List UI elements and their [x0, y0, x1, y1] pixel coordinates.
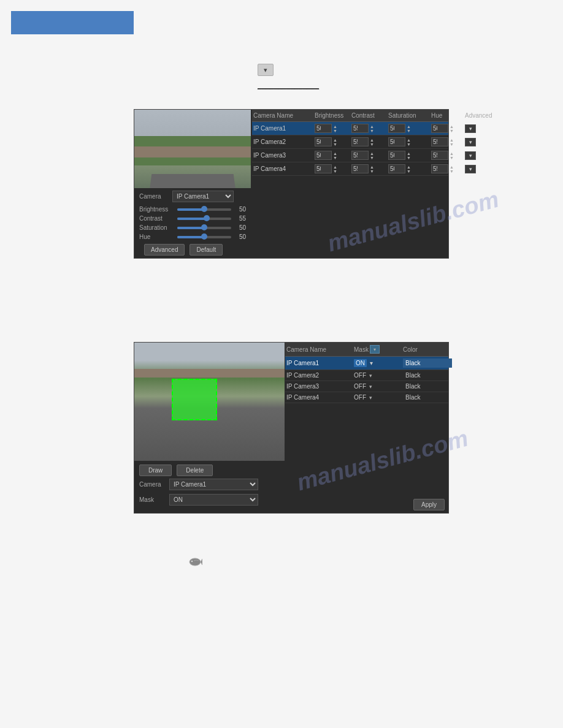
camera-preview-2	[134, 343, 285, 462]
advanced-button[interactable]: Advanced	[144, 244, 185, 256]
fish-icon	[186, 555, 204, 569]
mask-table-row[interactable]: IP Camera2 OFF ▾ Black	[285, 370, 448, 381]
delete-button[interactable]: Delete	[177, 464, 213, 476]
svg-point-0	[190, 558, 201, 566]
image-table-body: IP Camera1 ▲▼ ▲▼ ▲▼ ▲▼ IP Camera2 ▲▼ ▲▼	[252, 122, 448, 176]
slider-track[interactable]	[177, 227, 231, 229]
col-hue: Hue	[431, 112, 465, 119]
table-row[interactable]: IP Camera3 ▲▼ ▲▼ ▲▼ ▲▼	[252, 149, 448, 162]
slider-track[interactable]	[177, 208, 231, 211]
camera-select[interactable]: IP Camera1 IP Camera2 IP Camera3 IP Came…	[172, 191, 234, 202]
mask-mask-select[interactable]: ON OFF	[169, 494, 258, 506]
image-controls-bottom: Camera IP Camera1 IP Camera2 IP Camera3 …	[134, 188, 251, 258]
slider-row-brightness: Brightness 50	[139, 206, 246, 213]
header-bar	[11, 11, 134, 34]
default-button[interactable]: Default	[190, 244, 223, 256]
mask-table-row[interactable]: IP Camera3 OFF ▾ Black	[285, 381, 448, 392]
slider-track[interactable]	[177, 218, 231, 220]
mask-table-body: IP Camera1 ON ▾ Black IP Camera2 OFF ▾ B…	[285, 357, 448, 403]
underline-link[interactable]: _______________	[258, 81, 319, 89]
privacy-mask-panel: Camera Name Mask ▾ Color IP Camera1 ON ▾…	[134, 342, 449, 514]
mask-mask-row: Mask ON OFF	[139, 494, 280, 506]
mask-controls-bottom: Draw Delete Camera IP Camera1 IP Camera2…	[134, 461, 285, 513]
mask-table-header: Camera Name Mask ▾ Color	[285, 343, 448, 357]
camera-label: Camera	[139, 193, 170, 200]
mask-table-row[interactable]: IP Camera1 ON ▾ Black	[285, 357, 448, 370]
col-advanced: Advanced	[465, 112, 496, 119]
table-row[interactable]: IP Camera2 ▲▼ ▲▼ ▲▼ ▲▼	[252, 135, 448, 149]
slider-row-hue: Hue 50	[139, 233, 246, 240]
image-settings-table: Camera Name Brightness Contrast Saturati…	[252, 110, 448, 176]
table-row[interactable]: IP Camera1 ▲▼ ▲▼ ▲▼ ▲▼	[252, 122, 448, 135]
mask-table-row[interactable]: IP Camera4 OFF ▾ Black	[285, 392, 448, 403]
col-contrast: Contrast	[351, 112, 388, 119]
mask-col-mask: Mask ▾	[354, 345, 403, 354]
button-row: Advanced Default	[139, 244, 246, 256]
mask-dropdown-icon[interactable]: ▾	[370, 345, 380, 354]
draw-delete-row: Draw Delete	[139, 464, 280, 476]
col-saturation: Saturation	[388, 112, 431, 119]
mask-camera-row: Camera IP Camera1 IP Camera2 IP Camera3 …	[139, 479, 280, 490]
mask-camera-label: Camera	[139, 481, 167, 488]
apply-btn-row: Apply	[413, 499, 445, 510]
svg-point-2	[191, 561, 193, 562]
sliders-container: Brightness 50 Contrast 55 Saturation 50 …	[139, 206, 246, 240]
dropdown-button[interactable]	[258, 64, 274, 76]
slider-row-contrast: Contrast 55	[139, 215, 246, 222]
mask-settings-table: Camera Name Mask ▾ Color IP Camera1 ON ▾…	[285, 343, 448, 403]
table-header-row: Camera Name Brightness Contrast Saturati…	[252, 110, 448, 122]
svg-marker-1	[201, 559, 202, 565]
camera-select-row: Camera IP Camera1 IP Camera2 IP Camera3 …	[139, 191, 246, 202]
slider-row-saturation: Saturation 50	[139, 224, 246, 231]
col-brightness: Brightness	[315, 112, 351, 119]
mask-col-camera: Camera Name	[286, 346, 354, 353]
table-row[interactable]: IP Camera4 ▲▼ ▲▼ ▲▼ ▲▼	[252, 162, 448, 176]
mask-camera-select[interactable]: IP Camera1 IP Camera2 IP Camera3 IP Came…	[169, 479, 258, 490]
mask-col-color: Color	[403, 346, 452, 353]
slider-track[interactable]	[177, 236, 231, 238]
apply-button[interactable]: Apply	[413, 499, 445, 510]
draw-button[interactable]: Draw	[139, 464, 172, 476]
col-camera-name: Camera Name	[253, 112, 315, 119]
mask-mask-label: Mask	[139, 496, 167, 503]
mask-overlay[interactable]	[172, 379, 217, 420]
image-settings-panel: Camera Name Brightness Contrast Saturati…	[134, 109, 449, 259]
